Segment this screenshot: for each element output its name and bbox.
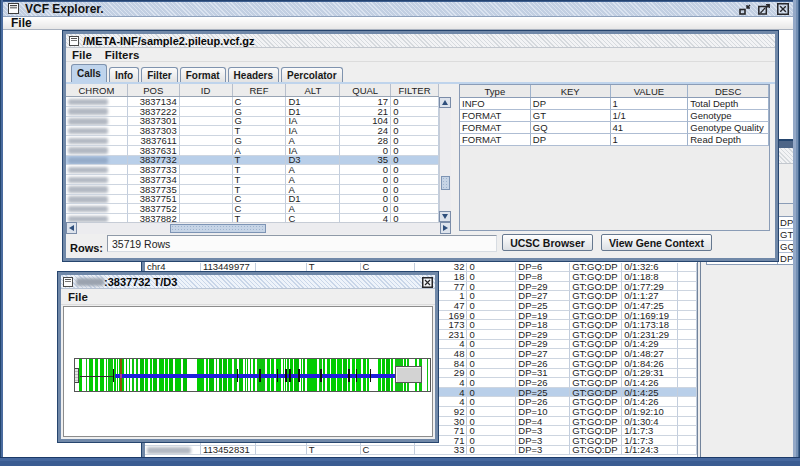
cell-filter: 0 (467, 282, 516, 292)
main-titlebar[interactable]: VCF Explorer. (2, 2, 797, 17)
tab-percolator[interactable]: Percolator (281, 67, 342, 82)
sample2-frame[interactable]: /META-INF/sample2.pileup.vcf.gz File Fil… (62, 30, 779, 262)
calls-table-row[interactable]: 3837734TA00 (66, 175, 439, 185)
cell-id (180, 117, 233, 127)
exon-tick (259, 369, 261, 382)
calls-table-row[interactable]: 3837751CD100 (66, 195, 439, 205)
background-table-row[interactable]: 113452831TC330DP=3GT:GQ:DP1/1:24:3 (145, 446, 697, 456)
column-header-chrom[interactable]: CHROM (66, 84, 128, 96)
cell-key: GQ (531, 122, 611, 134)
calls-table-row[interactable]: 3837631AIA00 (66, 146, 439, 156)
tab-calls[interactable]: Calls (71, 64, 107, 82)
info-table-row[interactable]: FORMATGT1/1Genotype (460, 110, 769, 122)
column-header-alt[interactable]: ALT (286, 84, 340, 96)
column-header-type[interactable]: Type (460, 85, 531, 97)
cell-id (180, 97, 233, 107)
calls-table: 3837134CD11703837222GD12103837301GIA1040… (66, 97, 439, 222)
cell-filter: 0 (391, 185, 439, 195)
rows-count-value: 35719 Rows (112, 238, 170, 250)
cell-filter: 0 (391, 97, 439, 107)
genome-track[interactable] (74, 358, 431, 392)
close-icon[interactable] (777, 1, 789, 19)
info-table-row[interactable]: INFODP1Total Depth (460, 98, 769, 110)
scroll-right-button[interactable] (440, 222, 451, 234)
calls-table-row[interactable]: 3837882TC40 (66, 214, 439, 222)
window-icon (63, 273, 73, 291)
cell-filter: 0 (467, 272, 516, 282)
cell-type: FORMAT (460, 110, 531, 122)
sample2-titlebar[interactable]: /META-INF/sample2.pileup.vcf.gz (66, 34, 775, 48)
calls-table-row[interactable]: 3837301GIA1040 (66, 117, 439, 127)
viewer-menubar: File (61, 289, 435, 305)
cell-format: GT:GQ:DP (570, 388, 622, 398)
maximize-icon[interactable] (758, 1, 770, 19)
column-header-qual[interactable]: QUAL (340, 84, 391, 96)
info-table-row[interactable]: FORMATGQ41Genotype Quality (460, 122, 769, 134)
cell-sample: 0/1:32:6 (622, 263, 678, 273)
cell-chrom-redacted (66, 195, 128, 205)
viewer-titlebar[interactable]: :3837732 T/D3 (61, 275, 435, 289)
scroll-up-button[interactable] (439, 97, 451, 108)
cell-sample: 0/1:84:26 (622, 359, 678, 369)
calls-table-row[interactable]: 3837303TIA240 (66, 126, 439, 136)
scroll-left-button[interactable] (66, 222, 77, 234)
cell-sample: 0/1:4:25 (622, 388, 678, 398)
info-table-row[interactable]: FORMATDP1Read Depth (460, 134, 769, 146)
main-menubar: File (2, 17, 797, 30)
menu-file[interactable]: File (66, 291, 90, 303)
ucsc-browser-button[interactable]: UCSC Browser (502, 234, 593, 251)
gene-body-line (115, 374, 396, 379)
cell-format: GT:GQ:DP (570, 330, 622, 340)
calls-table-row[interactable]: 3837732TD3350 (66, 156, 439, 166)
cell-info: DP=27 (516, 291, 570, 301)
calls-table-row[interactable]: 3837222GD1210 (66, 107, 439, 117)
column-header-desc[interactable]: DESC (688, 85, 769, 97)
menu-file[interactable]: File (5, 16, 38, 30)
horizontal-scroll-thumb[interactable] (170, 224, 266, 233)
viewer-frame-content: :3837732 T/D3 File (61, 275, 435, 439)
tab-bar: CallsInfoFilterFormatHeadersPercolator (71, 64, 345, 82)
calls-vertical-scrollbar[interactable] (439, 97, 451, 222)
calls-table-row[interactable]: 3837611GA280 (66, 136, 439, 146)
calls-table-row[interactable]: 3837735TA00 (66, 185, 439, 195)
column-header-ref[interactable]: REF (233, 84, 287, 96)
column-header-value[interactable]: VALUE (611, 85, 689, 97)
cell-sample: 1/1:24:3 (622, 446, 678, 456)
calls-table-row[interactable]: 3837733TA00 (66, 165, 439, 175)
scroll-down-button[interactable] (439, 211, 451, 222)
cell-format: GT:GQ:DP (570, 272, 622, 282)
vertical-scroll-thumb[interactable] (441, 176, 450, 190)
tab-format[interactable]: Format (180, 67, 226, 82)
window-title: VCF Explorer. (25, 2, 104, 16)
close-icon[interactable] (422, 277, 433, 288)
cell-pos: 3837882 (128, 214, 180, 222)
rows-count-field[interactable]: 35719 Rows (107, 235, 497, 252)
cell-info: DP=10 (516, 407, 570, 417)
tab-filter[interactable]: Filter (141, 67, 177, 82)
track-right-box[interactable] (395, 366, 422, 383)
tab-headers[interactable]: Headers (228, 67, 279, 82)
cell-filler (678, 397, 697, 407)
right-arrow-icon (443, 225, 448, 231)
cell-filter: 0 (467, 397, 516, 407)
cell-qual: 0 (340, 146, 391, 156)
viewer-panel (63, 306, 433, 437)
cell-sample: 0/1:231:29 (622, 330, 678, 340)
menu-filters[interactable]: Filters (103, 49, 142, 61)
calls-table-row[interactable]: 3837752CA00 (66, 204, 439, 214)
cell-format: GT:GQ:DP (570, 407, 622, 417)
view-gene-context-button[interactable]: View Gene Context (601, 234, 712, 251)
cell-key: DP (531, 134, 611, 146)
column-header-filter[interactable]: FILTER (391, 84, 439, 96)
coverage-bar (427, 359, 428, 391)
column-header-id[interactable]: ID (180, 84, 233, 96)
variant-viewer-frame[interactable]: :3837732 T/D3 File (57, 271, 439, 443)
cell-format: GT:GQ:DP (570, 263, 622, 273)
menu-file[interactable]: File (70, 49, 94, 61)
tab-info[interactable]: Info (109, 67, 139, 82)
column-header-key[interactable]: KEY (531, 85, 611, 97)
column-header-pos[interactable]: POS (128, 84, 180, 96)
track-left-handle[interactable] (74, 368, 79, 383)
calls-table-row[interactable]: 3837134CD1170 (66, 97, 439, 107)
minimize-icon[interactable] (739, 1, 751, 19)
